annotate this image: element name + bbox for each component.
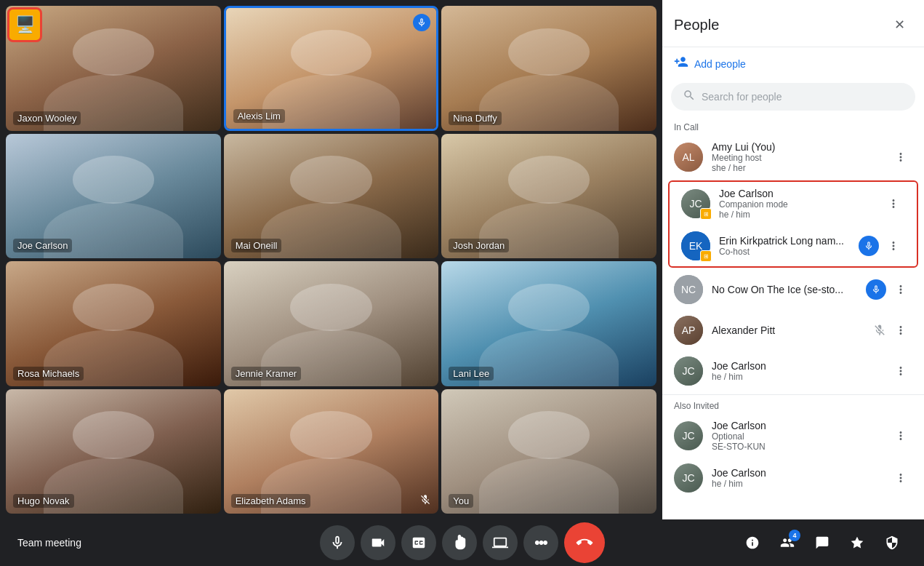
participant-name: Joe Carlson bbox=[13, 239, 72, 252]
logo-icon: 🖥️ bbox=[15, 15, 35, 34]
video-tile[interactable]: Lani Lee bbox=[441, 261, 656, 386]
video-tile[interactable]: Joe Carlson bbox=[6, 134, 221, 259]
person-name: No Cow On The Ice (se-sto... bbox=[712, 284, 857, 295]
raise-hand-button[interactable] bbox=[442, 525, 477, 560]
search-input[interactable] bbox=[702, 91, 904, 103]
person-row[interactable]: JCJoe CarlsonOptionalSE-STO-KUN bbox=[662, 414, 924, 458]
activities-button[interactable] bbox=[843, 528, 872, 557]
video-tile[interactable]: Hugo Novak bbox=[6, 389, 221, 514]
participant-name: Elizabeth Adams bbox=[231, 494, 310, 508]
end-call-button[interactable] bbox=[564, 522, 605, 563]
participant-name: Nina Duffy bbox=[449, 111, 501, 125]
app-logo[interactable]: 🖥️ bbox=[7, 7, 42, 42]
mic-muted-icon bbox=[419, 494, 431, 508]
mic-on-icon bbox=[859, 236, 879, 256]
person-avatar: NC bbox=[674, 275, 703, 304]
bottom-toolbar: Team meeting ••• bbox=[0, 519, 924, 566]
person-avatar: AP bbox=[674, 316, 703, 345]
video-tile[interactable]: You bbox=[441, 389, 656, 514]
person-subtitle: Co-host bbox=[719, 247, 850, 257]
toolbar-left: Team meeting bbox=[17, 537, 81, 549]
person-info: Joe Carlsonhe / him bbox=[712, 467, 880, 489]
person-subtitle2: she / her bbox=[712, 163, 880, 173]
captions-button[interactable] bbox=[401, 525, 436, 560]
person-actions bbox=[889, 359, 912, 383]
person-row[interactable]: ALAmy Lui (You)Meeting hostshe / her bbox=[662, 135, 924, 179]
also-invited-section: Also invited JCJoe CarlsonOptionalSE-STO… bbox=[662, 394, 924, 498]
in-call-label: In call bbox=[662, 116, 924, 135]
companion-badge: ⊞ bbox=[700, 208, 712, 220]
video-tile[interactable]: Nina Duffy bbox=[441, 6, 656, 131]
more-options-button[interactable] bbox=[889, 424, 912, 447]
person-name: Joe Carlson bbox=[712, 360, 880, 372]
person-actions bbox=[882, 192, 905, 215]
participant-name: You bbox=[449, 494, 473, 508]
person-name: Joe Carlson bbox=[719, 188, 873, 199]
person-name: Joe Carlson bbox=[712, 467, 880, 479]
participant-name: Rosa Michaels bbox=[13, 367, 84, 380]
person-actions bbox=[873, 319, 912, 342]
person-actions bbox=[859, 234, 905, 258]
video-tile[interactable]: Elizabeth Adams bbox=[224, 389, 439, 514]
person-avatar: JC⊞ bbox=[681, 189, 710, 218]
panel-title: People bbox=[674, 17, 719, 33]
video-grid: Jaxon WooleyAlexis LimNina DuffyJoe Carl… bbox=[0, 0, 662, 519]
highlighted-group: JC⊞Joe CarlsonCompanion modehe / himEK⊞E… bbox=[668, 180, 918, 268]
toolbar-center: ••• bbox=[320, 522, 605, 563]
info-button[interactable] bbox=[738, 528, 767, 557]
person-subtitle2: he / him bbox=[719, 210, 873, 220]
close-icon: ✕ bbox=[894, 17, 905, 33]
toolbar-right: 4 bbox=[738, 528, 907, 557]
person-name: Amy Lui (You) bbox=[712, 141, 880, 153]
person-row[interactable]: APAlexander Pitt bbox=[662, 310, 924, 351]
people-panel: People ✕ Add people In call bbox=[662, 0, 924, 519]
video-tile[interactable]: Rosa Michaels bbox=[6, 261, 221, 386]
person-row[interactable]: EK⊞Erin Kirkpatrick Long nam...Co-host bbox=[670, 226, 917, 266]
mic-on-icon bbox=[866, 279, 886, 300]
more-options-button[interactable] bbox=[882, 234, 905, 258]
more-options-button[interactable]: ••• bbox=[523, 525, 558, 560]
mic-button[interactable] bbox=[320, 525, 355, 560]
present-button[interactable] bbox=[483, 525, 518, 560]
person-name: Erin Kirkpatrick Long nam... bbox=[719, 235, 850, 247]
main-area: Jaxon WooleyAlexis LimNina DuffyJoe Carl… bbox=[0, 0, 924, 519]
video-tile[interactable]: Alexis Lim bbox=[224, 6, 439, 131]
more-options-button[interactable] bbox=[889, 278, 912, 301]
person-info: Alexander Pitt bbox=[712, 324, 864, 336]
more-options-button[interactable] bbox=[882, 192, 905, 215]
participant-name: Hugo Novak bbox=[13, 494, 74, 508]
person-info: Joe Carlsonhe / him bbox=[712, 360, 880, 382]
chat-button[interactable] bbox=[808, 528, 837, 557]
person-name: Alexander Pitt bbox=[712, 324, 864, 336]
participant-name: Mai Oneill bbox=[231, 239, 282, 252]
more-options-button[interactable] bbox=[889, 319, 912, 342]
person-avatar: JC bbox=[674, 421, 703, 450]
participant-name: Alexis Lim bbox=[233, 109, 285, 123]
video-tile[interactable]: Jennie Kramer bbox=[224, 261, 439, 386]
person-subtitle: he / him bbox=[712, 372, 880, 382]
security-button[interactable] bbox=[877, 528, 907, 557]
camera-button[interactable] bbox=[361, 525, 395, 560]
participant-name: Jaxon Wooley bbox=[13, 111, 81, 125]
add-people-button[interactable]: Add people bbox=[662, 47, 924, 80]
mic-off-icon bbox=[873, 324, 886, 337]
person-row[interactable]: JCJoe Carlsonhe / him bbox=[662, 351, 924, 391]
participant-name: Jennie Kramer bbox=[231, 367, 302, 380]
people-button[interactable]: 4 bbox=[773, 528, 802, 557]
person-row[interactable]: NCNo Cow On The Ice (se-sto... bbox=[662, 269, 924, 310]
close-panel-button[interactable]: ✕ bbox=[886, 12, 912, 38]
participant-name: Josh Jordan bbox=[449, 239, 509, 252]
person-info: Erin Kirkpatrick Long nam...Co-host bbox=[719, 235, 850, 257]
more-options-button[interactable] bbox=[889, 466, 912, 490]
video-tile[interactable]: Josh Jordan bbox=[441, 134, 656, 259]
companion-badge: ⊞ bbox=[700, 250, 712, 262]
more-options-button[interactable] bbox=[889, 146, 912, 169]
more-options-button[interactable] bbox=[889, 359, 912, 383]
video-tile[interactable]: Mai Oneill bbox=[224, 134, 439, 259]
person-avatar: AL bbox=[674, 143, 703, 172]
people-list: In call ALAmy Lui (You)Meeting hostshe /… bbox=[662, 116, 924, 519]
person-row[interactable]: JC⊞Joe CarlsonCompanion modehe / him bbox=[670, 182, 917, 226]
search-bar[interactable] bbox=[671, 83, 915, 111]
person-avatar: JC bbox=[674, 463, 703, 493]
person-row[interactable]: JCJoe Carlsonhe / him bbox=[662, 458, 924, 498]
